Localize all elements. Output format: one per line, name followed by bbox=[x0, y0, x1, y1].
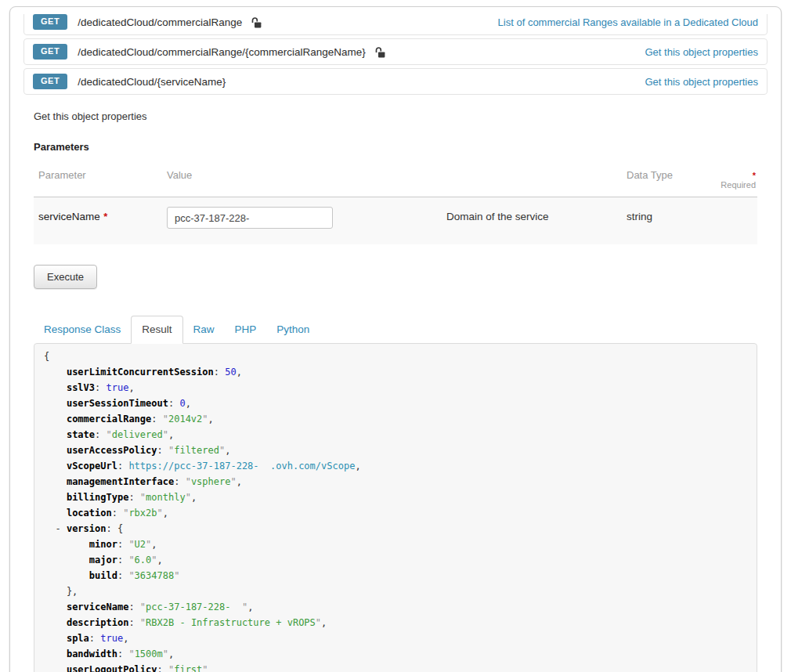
code-line: location: "rbx2b", bbox=[44, 505, 747, 521]
code-line: description: "RBX2B - Infrastructure + v… bbox=[44, 615, 747, 630]
parameter-name: serviceName bbox=[38, 207, 100, 222]
parameter-data-type: string bbox=[627, 207, 717, 222]
code-line: state: "delivered", bbox=[44, 427, 747, 443]
code-line: userLogoutPolicy: "first" bbox=[44, 662, 747, 672]
required-asterisk: * bbox=[753, 171, 756, 180]
header-required: * Required bbox=[717, 171, 757, 190]
clipped-endpoint-row: GET/dedicatedCloud/commercialRangeList o… bbox=[23, 14, 768, 35]
required-label: Required bbox=[721, 180, 756, 190]
code-line: minor: "U2", bbox=[44, 537, 747, 552]
result-code-block: { userLimitConcurrentSession: 50, sslV3:… bbox=[34, 343, 757, 672]
json-result: { userLimitConcurrentSession: 50, sslV3:… bbox=[44, 349, 747, 672]
endpoint-summary-link[interactable]: Get this object properties bbox=[645, 46, 758, 58]
method-badge: GET bbox=[33, 74, 67, 89]
parameter-row: serviceName * Domain of the service stri… bbox=[34, 197, 757, 244]
code-line: vScopeUrl: https://pcc-37-187-228- .ovh.… bbox=[44, 458, 747, 474]
parameter-description: Domain of the service bbox=[446, 207, 627, 222]
code-line: { bbox=[44, 349, 747, 364]
service-name-input[interactable] bbox=[167, 207, 333, 229]
header-parameter: Parameter bbox=[34, 169, 167, 181]
header-data-type: Data Type bbox=[627, 169, 717, 181]
code-line: major: "6.0", bbox=[44, 552, 747, 568]
code-line: sslV3: true, bbox=[44, 380, 747, 396]
tab-result[interactable]: Result bbox=[131, 316, 182, 344]
code-line: }, bbox=[44, 583, 747, 599]
open-lock-icon bbox=[251, 16, 262, 28]
code-line: billingType: "monthly", bbox=[44, 490, 747, 505]
code-line: bandwidth: "1500m", bbox=[44, 646, 747, 662]
parameter-required-asterisk: * bbox=[103, 211, 107, 222]
endpoint-path: /dedicatedCloud/commercialRange/{commerc… bbox=[78, 46, 366, 58]
response-tabs: Response ClassResultRawPHPPython bbox=[34, 316, 757, 343]
code-line: userSessionTimeout: 0, bbox=[44, 396, 747, 411]
code-line: serviceName: "pcc-37-187-228- ", bbox=[44, 599, 747, 615]
method-badge: GET bbox=[33, 14, 67, 30]
method-badge: GET bbox=[33, 44, 67, 60]
endpoint-summary-link[interactable]: Get this object properties bbox=[645, 76, 758, 88]
tab-raw[interactable]: Raw bbox=[183, 316, 225, 343]
endpoint-path: /dedicatedCloud/{serviceName} bbox=[78, 76, 226, 88]
code-line: spla: true, bbox=[44, 630, 747, 646]
code-line: userAccessPolicy: "filtered", bbox=[44, 443, 747, 458]
endpoint-path: /dedicatedCloud/commercialRange bbox=[78, 16, 242, 28]
code-line: userLimitConcurrentSession: 50, bbox=[44, 364, 747, 380]
endpoint-row[interactable]: GET/dedicatedCloud/commercialRangeList o… bbox=[23, 14, 768, 35]
endpoint-list: GET/dedicatedCloud/commercialRangeList o… bbox=[23, 14, 768, 95]
header-value: Value bbox=[167, 169, 446, 181]
tab-python[interactable]: Python bbox=[266, 316, 320, 343]
endpoint-row[interactable]: GET/dedicatedCloud/{serviceName}Get this… bbox=[23, 68, 768, 95]
operation-section: Get this object properties Parameters Pa… bbox=[23, 110, 768, 672]
code-line: managementInterface: "vsphere", bbox=[44, 474, 747, 490]
tab-php[interactable]: PHP bbox=[225, 316, 267, 343]
api-console-panel: GET/dedicatedCloud/commercialRangeList o… bbox=[9, 6, 782, 672]
tab-response-class[interactable]: Response Class bbox=[34, 316, 131, 343]
execute-button[interactable]: Execute bbox=[34, 265, 97, 289]
open-lock-icon bbox=[374, 46, 386, 58]
code-line: commercialRange: "2014v2", bbox=[44, 411, 747, 427]
endpoint-summary-link[interactable]: List of commercial Ranges available in a… bbox=[498, 16, 758, 28]
code-line: build: "3634788" bbox=[44, 568, 747, 583]
operation-description: Get this object properties bbox=[34, 110, 757, 122]
parameters-title: Parameters bbox=[34, 141, 757, 153]
endpoint-row[interactable]: GET/dedicatedCloud/commercialRange/{comm… bbox=[23, 38, 768, 65]
code-line: - version: { bbox=[44, 521, 747, 537]
parameters-table-header: Parameter Value Data Type * Required bbox=[34, 169, 757, 197]
